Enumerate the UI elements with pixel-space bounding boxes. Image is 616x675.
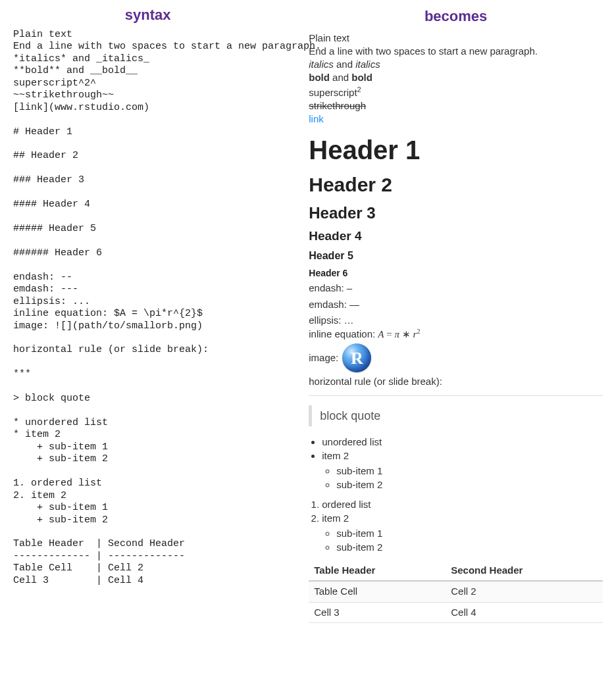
list-item: sub-item 1 (336, 464, 603, 478)
and-sep-2: and (330, 72, 351, 83)
ol-item-1: ordered list (322, 499, 371, 510)
block-quote: block quote (309, 405, 603, 426)
italics-line: italics and italics (309, 58, 603, 71)
ul-item-2: item 2 (322, 450, 349, 461)
rendered-column: becomes Plain text End a line with two s… (295, 0, 616, 636)
eq-prefix: inline equation: (309, 328, 378, 339)
table-cell: Cell 4 (446, 602, 603, 622)
rendered-heading: becomes (309, 7, 603, 26)
eq-pi: π (395, 329, 400, 339)
header-6: Header 6 (309, 267, 603, 280)
endash-line: endash: – (309, 282, 603, 295)
unordered-sublist: sub-item 1 sub-item 2 (336, 464, 603, 492)
eq-star: ∗ (399, 329, 413, 339)
list-item: ordered list (322, 498, 603, 511)
syntax-heading: syntax (13, 7, 282, 24)
superscript-exponent: 2 (357, 86, 361, 93)
bold-line: bold and bold (309, 71, 603, 84)
ol-item-2: item 2 (322, 512, 349, 524)
italics-example-1: italics (309, 59, 334, 70)
syntax-code-block: Plain text End a line with two spaces to… (13, 29, 282, 587)
header-3: Header 3 (309, 203, 603, 224)
image-label: image: (309, 351, 338, 364)
r-logo-icon: R (342, 343, 371, 372)
header-2: Header 2 (309, 172, 603, 199)
eq-exp: 2 (417, 328, 420, 335)
plain-text-line-1: Plain text (309, 32, 603, 45)
table-row: Table Cell Cell 2 (309, 581, 603, 602)
table-header-2: Second Header (446, 561, 603, 581)
ordered-sublist: sub-item 1 sub-item 2 (336, 527, 603, 555)
header-1: Header 1 (309, 132, 603, 168)
link-line: link (309, 113, 603, 126)
table-header-1: Table Header (309, 561, 446, 581)
horizontal-rule-label: horizontal rule (or slide break): (309, 375, 603, 388)
list-item: item 2 sub-item 1 sub-item 2 (322, 512, 603, 554)
image-line: image: R (309, 343, 603, 372)
example-table: Table Header Second Header Table Cell Ce… (309, 561, 603, 623)
bold-example-1: bold (309, 72, 330, 83)
block-quote-text: block quote (320, 409, 380, 422)
inline-equation-line: inline equation: A = π ∗ r2 (309, 327, 603, 341)
superscript-line: superscript2 (309, 85, 603, 99)
strikethrough-word: strikethrough (309, 100, 366, 111)
ul-sub-2: sub-item 2 (336, 479, 382, 490)
table-header-row: Table Header Second Header (309, 561, 603, 581)
plain-text-line-2: End a line with two spaces to start a ne… (309, 45, 603, 58)
list-item: sub-item 1 (336, 527, 603, 540)
and-sep-1: and (334, 59, 355, 70)
unordered-list: unordered list item 2 sub-item 1 sub-ite… (322, 436, 603, 491)
ordered-list: ordered list item 2 sub-item 1 sub-item … (322, 498, 603, 554)
list-item: item 2 sub-item 1 sub-item 2 (322, 449, 603, 491)
header-4: Header 4 (309, 228, 603, 245)
strikethrough-line: strikethrough (309, 99, 603, 113)
bold-example-2: bold (351, 72, 372, 83)
ol-sub-1: sub-item 1 (336, 528, 382, 539)
header-5: Header 5 (309, 249, 603, 263)
list-item: sub-item 2 (336, 541, 603, 554)
list-item: unordered list (322, 436, 603, 449)
emdash-line: emdash: — (309, 298, 603, 311)
ol-sub-2: sub-item 2 (336, 541, 382, 553)
eq-A: A (378, 329, 384, 339)
example-link[interactable]: link (309, 113, 324, 124)
ellipsis-line: ellipsis: … (309, 314, 603, 327)
page-root: syntax Plain text End a line with two sp… (0, 0, 616, 636)
eq-equals: = (384, 329, 395, 339)
ul-item-1: unordered list (322, 436, 382, 447)
table-cell: Table Cell (309, 581, 446, 602)
table-cell: Cell 3 (309, 602, 446, 622)
table-cell: Cell 2 (446, 581, 603, 602)
list-item: sub-item 2 (336, 478, 603, 491)
ul-sub-1: sub-item 1 (336, 465, 382, 476)
superscript-word: superscript (309, 87, 357, 98)
r-logo-letter: R (351, 347, 363, 370)
syntax-column: syntax Plain text End a line with two sp… (0, 0, 295, 636)
horizontal-rule (309, 395, 603, 396)
table-row: Cell 3 Cell 4 (309, 602, 603, 622)
italics-example-2: italics (355, 59, 380, 70)
